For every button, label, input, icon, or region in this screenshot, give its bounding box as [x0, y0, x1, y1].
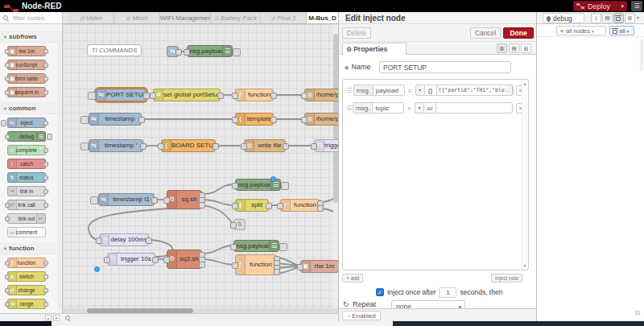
- output-port[interactable]: [266, 203, 272, 209]
- palette-node-range[interactable]: range⇥: [7, 299, 46, 309]
- prop-value-input[interactable]: [436, 85, 514, 96]
- sidebar-caret-icon[interactable]: ▾: [637, 13, 639, 23]
- deploy-button[interactable]: Deploy ▾: [573, 1, 627, 11]
- palette-node-rbe-1m[interactable]: rbe 1m▣: [7, 46, 46, 56]
- debug-toggle-button[interactable]: [233, 48, 241, 56]
- palette-category-subflows[interactable]: ▾subflows: [0, 31, 62, 43]
- tray-gear-button[interactable]: ⚙: [497, 43, 507, 53]
- palette-node-runscript[interactable]: runScript▣: [7, 60, 46, 70]
- delete-button[interactable]: Delete: [342, 27, 371, 39]
- input-port[interactable]: [5, 63, 10, 68]
- input-port[interactable]: [163, 257, 170, 263]
- palette-category-common[interactable]: ▾common: [0, 102, 62, 114]
- flow-node-timestamp[interactable]: timestamp '⇆: [89, 139, 143, 152]
- flow-node-rbe-1m[interactable]: rbe 1m▣: [300, 260, 338, 273]
- flow-node-sq2-sh[interactable]: sq2.sh⚙: [167, 250, 202, 269]
- debug-toggle-button[interactable]: [47, 134, 52, 140]
- inject-once-seconds-input[interactable]: [439, 287, 456, 298]
- inject-now-button[interactable]: inject now: [491, 274, 522, 283]
- output-port[interactable]: [43, 121, 48, 126]
- output-port[interactable]: [146, 237, 152, 244]
- flow-node-function[interactable]: functionƒ: [235, 254, 277, 275]
- input-port[interactable]: [5, 288, 10, 293]
- workspace-tab-m-bus-d[interactable]: M-Bus_D: [307, 12, 338, 24]
- enabled-toggle-button[interactable]: ○Enabled: [342, 311, 381, 320]
- expand-value-button[interactable]: …: [505, 85, 513, 96]
- palette-node-link-in[interactable]: link in⇥: [7, 186, 46, 196]
- output-port[interactable]: [199, 202, 205, 208]
- output-port[interactable]: [43, 90, 48, 95]
- palette-node-sequent-in[interactable]: sequent in▣: [7, 87, 46, 97]
- prop-key-input[interactable]: [373, 85, 405, 96]
- flow-node-msg-payload[interactable]: msg.payload☰: [233, 240, 279, 252]
- flow-node-link-out[interactable]: ⇅: [233, 219, 246, 230]
- input-port[interactable]: [230, 244, 237, 250]
- scroll-up-icon[interactable]: ▲: [522, 81, 527, 86]
- palette-scrollbar[interactable]: [58, 40, 61, 310]
- prop-key-input[interactable]: [372, 102, 404, 113]
- workspace-tab-video[interactable]: ⊘Video: [68, 12, 114, 24]
- output-port[interactable]: [140, 143, 147, 150]
- input-port[interactable]: [297, 264, 303, 270]
- palette-node-change[interactable]: change⇄: [7, 285, 46, 295]
- palette-node-complete[interactable]: complete✓: [7, 145, 46, 155]
- main-menu-button[interactable]: ☰: [631, 1, 642, 11]
- flow-node-write-file[interactable]: write file▤: [244, 139, 286, 152]
- input-port[interactable]: [311, 143, 317, 150]
- output-port[interactable]: [213, 143, 219, 150]
- output-port[interactable]: [199, 262, 205, 268]
- input-port[interactable]: [158, 143, 164, 150]
- palette-node-catch[interactable]: catch!: [7, 159, 46, 169]
- clear-all-button[interactable]: all▾: [609, 26, 634, 35]
- flow-node-timestamp[interactable]: timestamp⇆: [89, 113, 142, 126]
- output-port[interactable]: [43, 162, 48, 167]
- output-port[interactable]: [270, 93, 277, 99]
- sidebar-docs-button[interactable]: ▤: [602, 13, 613, 23]
- input-port[interactable]: [5, 134, 10, 139]
- sidebar-debug-button[interactable]: [613, 13, 624, 23]
- palette-node-html-table[interactable]: html table▣: [7, 73, 46, 84]
- output-port[interactable]: [43, 63, 48, 68]
- flow-node-set-global-portsetup[interactable]: set global portSetup⇄: [153, 89, 221, 101]
- input-port[interactable]: [5, 274, 10, 279]
- input-port[interactable]: [5, 203, 10, 208]
- output-port[interactable]: [43, 203, 48, 208]
- add-property-button[interactable]: + add: [342, 274, 363, 283]
- output-port[interactable]: [43, 302, 48, 307]
- type-select-button[interactable]: ▾: [415, 85, 424, 96]
- flow-node-function[interactable]: functionƒ: [280, 199, 320, 212]
- tray-expand-button[interactable]: ⊞: [521, 43, 531, 53]
- flow-node-port-setup[interactable]: PORT SETUP '⇆: [96, 89, 147, 101]
- input-port[interactable]: [184, 49, 190, 56]
- debug-scrollbar[interactable]: [640, 39, 643, 71]
- input-port[interactable]: [5, 76, 10, 81]
- inject-button[interactable]: [88, 92, 96, 100]
- sidebar-info-button[interactable]: i: [591, 13, 601, 23]
- input-port[interactable]: [150, 93, 156, 99]
- palette-scroll-down-button[interactable]: ▾: [53, 315, 60, 321]
- input-port[interactable]: [5, 217, 10, 221]
- flow-node-trigger-10s[interactable]: trigger 10s⊓: [107, 253, 155, 266]
- workspace-tab-battery-pack[interactable]: ⊘Battery Pack: [211, 12, 261, 24]
- input-port[interactable]: [301, 93, 308, 99]
- input-port[interactable]: [5, 261, 10, 266]
- output-port[interactable]: [217, 93, 224, 99]
- inject-button[interactable]: [80, 142, 89, 151]
- deploy-caret-icon[interactable]: ▾: [617, 2, 626, 10]
- output-port[interactable]: [283, 143, 289, 150]
- flow-node-home-p[interactable]: /home/p▤: [304, 89, 338, 101]
- input-port[interactable]: [232, 203, 238, 209]
- flow-node-trigger[interactable]: trigger⊓: [314, 139, 338, 152]
- taskbar-window-segment[interactable]: [52, 321, 393, 326]
- drag-handle-icon[interactable]: ☰: [345, 105, 353, 112]
- flow-node-template[interactable]: template{: [235, 113, 274, 126]
- flow-node-function[interactable]: functionƒ: [235, 89, 274, 101]
- done-button[interactable]: Done: [503, 27, 534, 39]
- input-port[interactable]: [232, 262, 238, 269]
- output-port[interactable]: [43, 148, 48, 153]
- cancel-button[interactable]: Cancel: [470, 27, 501, 39]
- palette-category-function[interactable]: ▾function: [0, 242, 62, 254]
- name-input[interactable]: [379, 61, 511, 73]
- palette-node-inject[interactable]: inject⇆: [7, 118, 46, 128]
- palette-node-debug[interactable]: debug☰: [7, 131, 46, 142]
